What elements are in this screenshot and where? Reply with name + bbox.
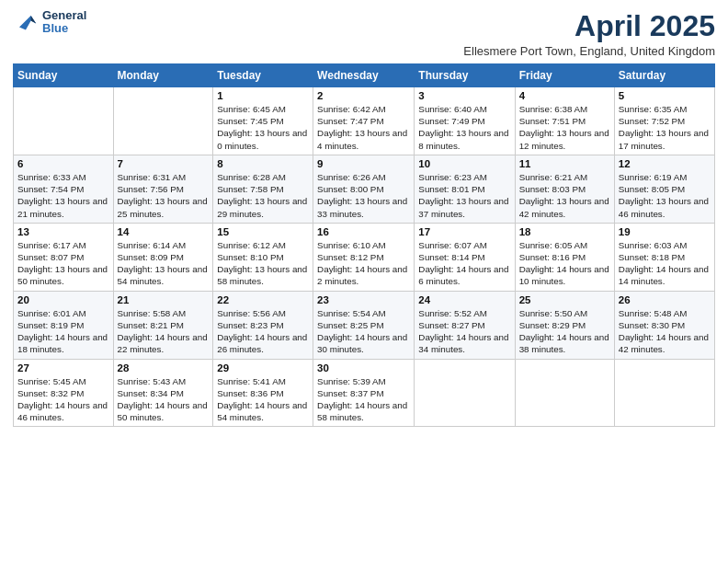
day-number: 14 xyxy=(118,226,210,237)
day-info: Sunrise: 5:56 AM Sunset: 8:23 PM Dayligh… xyxy=(217,307,309,356)
day-info: Sunrise: 5:54 AM Sunset: 8:25 PM Dayligh… xyxy=(317,307,410,356)
day-number: 30 xyxy=(317,362,410,373)
day-info: Sunrise: 5:50 AM Sunset: 8:29 PM Dayligh… xyxy=(519,307,610,356)
day-number: 19 xyxy=(619,226,711,237)
calendar-week-row: 6Sunrise: 6:33 AM Sunset: 7:54 PM Daylig… xyxy=(14,155,715,223)
day-info: Sunrise: 5:39 AM Sunset: 8:37 PM Dayligh… xyxy=(317,375,410,424)
day-info: Sunrise: 6:17 AM Sunset: 8:07 PM Dayligh… xyxy=(17,239,109,288)
day-info: Sunrise: 6:38 AM Sunset: 7:51 PM Dayligh… xyxy=(519,103,610,152)
day-info: Sunrise: 6:10 AM Sunset: 8:12 PM Dayligh… xyxy=(317,239,410,288)
calendar-cell xyxy=(415,359,515,427)
day-number: 27 xyxy=(17,362,109,373)
day-info: Sunrise: 6:40 AM Sunset: 7:49 PM Dayligh… xyxy=(418,103,510,152)
day-info: Sunrise: 6:31 AM Sunset: 7:56 PM Dayligh… xyxy=(118,171,210,220)
logo-icon xyxy=(13,9,39,35)
calendar-cell: 26Sunrise: 5:48 AM Sunset: 8:30 PM Dayli… xyxy=(614,291,714,359)
calendar-cell: 19Sunrise: 6:03 AM Sunset: 8:18 PM Dayli… xyxy=(614,223,714,291)
calendar-cell: 8Sunrise: 6:28 AM Sunset: 7:58 PM Daylig… xyxy=(213,155,313,223)
weekday-header: Monday xyxy=(113,64,213,87)
calendar-cell xyxy=(614,359,714,427)
day-number: 28 xyxy=(118,362,210,373)
day-number: 17 xyxy=(418,226,510,237)
day-number: 25 xyxy=(519,294,610,305)
calendar-cell: 15Sunrise: 6:12 AM Sunset: 8:10 PM Dayli… xyxy=(213,223,313,291)
weekday-header: Tuesday xyxy=(213,64,313,87)
calendar-cell: 9Sunrise: 6:26 AM Sunset: 8:00 PM Daylig… xyxy=(313,155,415,223)
calendar-cell: 25Sunrise: 5:50 AM Sunset: 8:29 PM Dayli… xyxy=(515,291,614,359)
day-number: 8 xyxy=(217,158,309,169)
day-number: 9 xyxy=(317,158,410,169)
day-info: Sunrise: 5:43 AM Sunset: 8:34 PM Dayligh… xyxy=(118,375,210,424)
day-info: Sunrise: 6:12 AM Sunset: 8:10 PM Dayligh… xyxy=(217,239,309,288)
day-number: 13 xyxy=(17,226,109,237)
calendar-cell: 7Sunrise: 6:31 AM Sunset: 7:56 PM Daylig… xyxy=(113,155,213,223)
day-info: Sunrise: 6:45 AM Sunset: 7:45 PM Dayligh… xyxy=(217,103,309,152)
calendar-cell: 11Sunrise: 6:21 AM Sunset: 8:03 PM Dayli… xyxy=(515,155,614,223)
calendar-cell: 3Sunrise: 6:40 AM Sunset: 7:49 PM Daylig… xyxy=(415,87,515,155)
day-info: Sunrise: 6:26 AM Sunset: 8:00 PM Dayligh… xyxy=(317,171,410,220)
title-block: April 2025 Ellesmere Port Town, England,… xyxy=(463,9,715,58)
weekday-header: Friday xyxy=(515,64,614,87)
calendar-header-row: SundayMondayTuesdayWednesdayThursdayFrid… xyxy=(14,64,715,87)
calendar-cell: 12Sunrise: 6:19 AM Sunset: 8:05 PM Dayli… xyxy=(614,155,714,223)
calendar-week-row: 13Sunrise: 6:17 AM Sunset: 8:07 PM Dayli… xyxy=(14,223,715,291)
day-number: 1 xyxy=(217,90,309,101)
day-info: Sunrise: 5:52 AM Sunset: 8:27 PM Dayligh… xyxy=(418,307,510,356)
day-number: 7 xyxy=(118,158,210,169)
day-number: 10 xyxy=(418,158,510,169)
page: General Blue April 2025 Ellesmere Port T… xyxy=(0,0,728,563)
calendar-cell: 1Sunrise: 6:45 AM Sunset: 7:45 PM Daylig… xyxy=(213,87,313,155)
calendar-week-row: 20Sunrise: 6:01 AM Sunset: 8:19 PM Dayli… xyxy=(14,291,715,359)
day-info: Sunrise: 6:35 AM Sunset: 7:52 PM Dayligh… xyxy=(619,103,711,152)
day-number: 2 xyxy=(317,90,410,101)
calendar-week-row: 27Sunrise: 5:45 AM Sunset: 8:32 PM Dayli… xyxy=(14,359,715,427)
calendar-cell: 24Sunrise: 5:52 AM Sunset: 8:27 PM Dayli… xyxy=(415,291,515,359)
calendar-cell xyxy=(515,359,614,427)
logo-text: General Blue xyxy=(42,9,86,36)
calendar-cell: 18Sunrise: 6:05 AM Sunset: 8:16 PM Dayli… xyxy=(515,223,614,291)
day-info: Sunrise: 6:21 AM Sunset: 8:03 PM Dayligh… xyxy=(519,171,610,220)
day-number: 26 xyxy=(619,294,711,305)
day-info: Sunrise: 6:28 AM Sunset: 7:58 PM Dayligh… xyxy=(217,171,309,220)
header: General Blue April 2025 Ellesmere Port T… xyxy=(13,9,715,58)
calendar-cell: 5Sunrise: 6:35 AM Sunset: 7:52 PM Daylig… xyxy=(614,87,714,155)
day-info: Sunrise: 5:45 AM Sunset: 8:32 PM Dayligh… xyxy=(17,375,109,424)
day-number: 24 xyxy=(418,294,510,305)
calendar-cell xyxy=(14,87,114,155)
day-info: Sunrise: 6:42 AM Sunset: 7:47 PM Dayligh… xyxy=(317,103,410,152)
logo-line2: Blue xyxy=(42,22,86,35)
day-info: Sunrise: 6:07 AM Sunset: 8:14 PM Dayligh… xyxy=(418,239,510,288)
day-info: Sunrise: 6:05 AM Sunset: 8:16 PM Dayligh… xyxy=(519,239,610,288)
calendar-cell: 29Sunrise: 5:41 AM Sunset: 8:36 PM Dayli… xyxy=(213,359,313,427)
calendar-cell: 2Sunrise: 6:42 AM Sunset: 7:47 PM Daylig… xyxy=(313,87,415,155)
day-number: 16 xyxy=(317,226,410,237)
weekday-header: Sunday xyxy=(14,64,114,87)
calendar-cell: 10Sunrise: 6:23 AM Sunset: 8:01 PM Dayli… xyxy=(415,155,515,223)
calendar-cell xyxy=(113,87,213,155)
day-number: 11 xyxy=(519,158,610,169)
month-title: April 2025 xyxy=(463,9,715,43)
calendar-cell: 6Sunrise: 6:33 AM Sunset: 7:54 PM Daylig… xyxy=(14,155,114,223)
calendar-cell: 22Sunrise: 5:56 AM Sunset: 8:23 PM Dayli… xyxy=(213,291,313,359)
day-number: 15 xyxy=(217,226,309,237)
day-number: 18 xyxy=(519,226,610,237)
day-info: Sunrise: 6:33 AM Sunset: 7:54 PM Dayligh… xyxy=(17,171,109,220)
calendar-cell: 23Sunrise: 5:54 AM Sunset: 8:25 PM Dayli… xyxy=(313,291,415,359)
calendar-cell: 27Sunrise: 5:45 AM Sunset: 8:32 PM Dayli… xyxy=(14,359,114,427)
weekday-header: Wednesday xyxy=(313,64,415,87)
calendar-cell: 13Sunrise: 6:17 AM Sunset: 8:07 PM Dayli… xyxy=(14,223,114,291)
day-info: Sunrise: 6:03 AM Sunset: 8:18 PM Dayligh… xyxy=(619,239,711,288)
calendar-table: SundayMondayTuesdayWednesdayThursdayFrid… xyxy=(13,63,715,427)
day-info: Sunrise: 5:41 AM Sunset: 8:36 PM Dayligh… xyxy=(217,375,309,424)
day-number: 23 xyxy=(317,294,410,305)
logo: General Blue xyxy=(13,9,86,36)
day-number: 4 xyxy=(519,90,610,101)
weekday-header: Saturday xyxy=(614,64,714,87)
day-info: Sunrise: 6:01 AM Sunset: 8:19 PM Dayligh… xyxy=(17,307,109,356)
day-number: 3 xyxy=(418,90,510,101)
weekday-header: Thursday xyxy=(415,64,515,87)
calendar-cell: 21Sunrise: 5:58 AM Sunset: 8:21 PM Dayli… xyxy=(113,291,213,359)
calendar-cell: 14Sunrise: 6:14 AM Sunset: 8:09 PM Dayli… xyxy=(113,223,213,291)
day-info: Sunrise: 6:14 AM Sunset: 8:09 PM Dayligh… xyxy=(118,239,210,288)
day-number: 22 xyxy=(217,294,309,305)
